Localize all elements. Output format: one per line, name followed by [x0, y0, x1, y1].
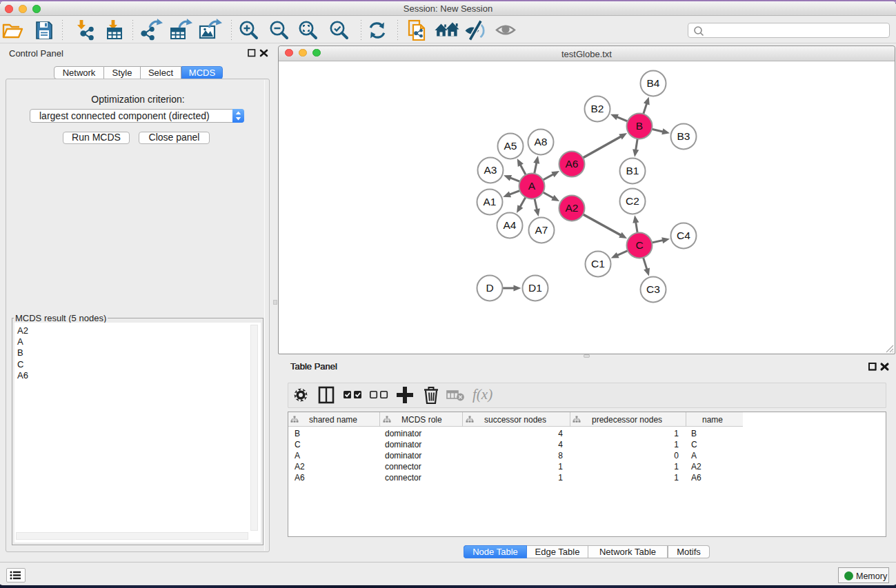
svg-text:A1: A1: [484, 196, 497, 207]
svg-text:C1: C1: [591, 258, 605, 270]
svg-text:A3: A3: [484, 164, 497, 176]
svg-text:C2: C2: [626, 195, 639, 207]
svg-text:D1: D1: [528, 282, 542, 294]
svg-text:A8: A8: [535, 136, 548, 148]
svg-text:A7: A7: [535, 224, 548, 236]
svg-text:A: A: [528, 180, 536, 192]
svg-text:B2: B2: [591, 103, 604, 114]
svg-text:B3: B3: [677, 130, 690, 142]
svg-text:D: D: [486, 282, 493, 294]
svg-text:A4: A4: [504, 219, 517, 231]
svg-text:B4: B4: [647, 77, 660, 89]
svg-text:C4: C4: [677, 230, 690, 241]
svg-text:A5: A5: [504, 140, 517, 152]
svg-text:A6: A6: [566, 158, 579, 170]
svg-text:B: B: [636, 120, 643, 132]
svg-text:A2: A2: [566, 202, 579, 214]
svg-text:B1: B1: [626, 165, 639, 176]
svg-text:C3: C3: [646, 283, 660, 295]
svg-text:C: C: [635, 239, 643, 251]
